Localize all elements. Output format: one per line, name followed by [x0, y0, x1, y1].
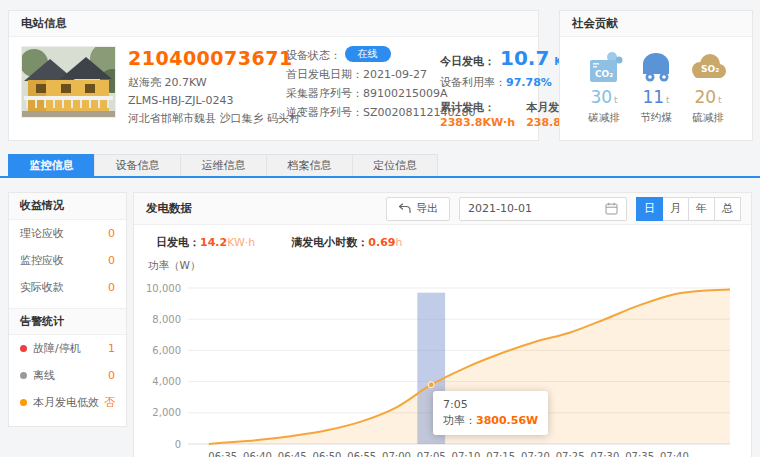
station-owner-capacity: 赵海亮 20.7KW	[128, 74, 274, 92]
daily-generation-label: 日发电：	[156, 236, 200, 249]
sulfur-reduction-icon: SO₂	[682, 48, 734, 84]
chart-area[interactable]: 02,0004,0006,0008,00010,00006:3506:4006:…	[144, 274, 738, 457]
revenue-value: 0	[108, 281, 115, 294]
date-picker[interactable]	[459, 197, 627, 221]
social-panel-title: 社会贡献	[560, 11, 752, 37]
carbon-reduction-item: CO₂ 30t 碳减排	[578, 48, 630, 125]
revenue-value: 0	[108, 227, 115, 240]
svg-text:8,000: 8,000	[152, 314, 181, 325]
carbon-reduction-label: 碳减排	[578, 111, 630, 125]
device-status-row: 设备状态： 在线	[286, 46, 424, 65]
alarm-value: 否	[104, 395, 115, 410]
sulfur-reduction-label: 硫减排	[682, 111, 734, 125]
svg-text:06:45: 06:45	[278, 451, 307, 457]
svg-text:0: 0	[175, 439, 181, 450]
alarm-row-offline: 离线 0	[9, 362, 126, 389]
sidebar: 收益情况 理论应收 0 监控应收 0 实际收款 0 告警统计 故障/停机 1 离…	[8, 192, 127, 427]
utilization-value: 97.78%	[506, 76, 552, 89]
coal-saving-icon	[630, 48, 682, 84]
offline-dot-icon	[20, 372, 27, 379]
svg-text:6,000: 6,000	[152, 345, 181, 356]
svg-text:07:10: 07:10	[452, 451, 481, 457]
svg-text:07:15: 07:15	[486, 451, 515, 457]
social-contribution-panel: 社会贡献 CO₂ 30t 碳减排	[559, 10, 753, 141]
svg-text:4,000: 4,000	[152, 376, 181, 387]
coal-saving-value: 11t	[630, 87, 682, 107]
total-generation-value: 2383.8KW·h	[440, 115, 515, 131]
export-button[interactable]: 导出	[386, 197, 450, 221]
chart-controls: 导出 日 月 年	[386, 197, 741, 221]
svg-text:07:05: 07:05	[417, 451, 446, 457]
alarm-row-fault: 故障/停机 1	[9, 335, 126, 362]
station-panel-title: 电站信息	[9, 11, 538, 37]
svg-text:10,000: 10,000	[146, 283, 181, 294]
revenue-label: 理论应收	[20, 226, 64, 241]
collector-serial-label: 采集器序列号：	[286, 87, 363, 100]
full-hours-label: 满发电小时数：	[291, 236, 368, 249]
range-month-button[interactable]: 月	[662, 197, 689, 221]
fault-dot-icon	[20, 345, 27, 352]
main-row: 收益情况 理论应收 0 监控应收 0 实际收款 0 告警统计 故障/停机 1 离…	[8, 192, 752, 457]
svg-text:06:35: 06:35	[208, 451, 237, 457]
tab-device-info[interactable]: 设备信息	[94, 154, 180, 176]
daily-generation-unit: KW·h	[227, 236, 255, 249]
range-total-button[interactable]: 总	[714, 197, 741, 221]
svg-text:CO₂: CO₂	[595, 69, 613, 79]
revenue-row-monitored: 监控应收 0	[9, 247, 126, 274]
station-owner: 赵海亮	[128, 76, 161, 89]
daily-generation-stat: 日发电：14.2KW·h	[156, 235, 255, 250]
svg-text:07:25: 07:25	[556, 451, 585, 457]
tab-monitoring-info[interactable]: 监控信息	[8, 154, 94, 176]
svg-text:2,000: 2,000	[152, 407, 181, 418]
tab-bar: 监控信息 设备信息 运维信息 档案信息 定位信息	[0, 154, 760, 178]
range-day-button[interactable]: 日	[636, 197, 663, 221]
first-generation-value: 2021-09-27	[363, 68, 427, 81]
sulfur-reduction-item: SO₂ 20t 硫减排	[682, 48, 734, 125]
alarm-label: 故障/停机	[20, 341, 81, 356]
svg-text:07:35: 07:35	[625, 451, 654, 457]
station-photo	[21, 46, 116, 118]
page: 电站信息	[0, 10, 760, 457]
svg-text:07:00: 07:00	[382, 451, 411, 457]
svg-text:06:50: 06:50	[313, 451, 342, 457]
chart-header: 发电数据 导出	[134, 193, 751, 225]
date-input[interactable]	[468, 202, 586, 215]
first-generation-row: 首日发电日期：2021-09-27	[286, 65, 424, 84]
export-label: 导出	[416, 201, 438, 216]
svg-text:06:55: 06:55	[347, 451, 376, 457]
daily-generation-value: 14.2	[200, 236, 227, 249]
svg-text:07:20: 07:20	[521, 451, 550, 457]
y-axis-title: 功率（W）	[148, 259, 741, 273]
revenue-row-actual: 实际收款 0	[9, 274, 126, 301]
svg-text:07:40: 07:40	[660, 451, 689, 457]
inverter-serial-row: 逆变器序列号：SZ00208112140280	[286, 103, 424, 122]
svg-text:07:30: 07:30	[591, 451, 620, 457]
alarm-value: 0	[108, 369, 115, 382]
revenue-value: 0	[108, 254, 115, 267]
today-generation-value: 10.7	[500, 46, 549, 70]
revenue-section-title: 收益情况	[9, 193, 126, 220]
inverter-serial-label: 逆变器序列号：	[286, 106, 363, 119]
station-address: 河北省邯郸市魏县 沙口集乡 码头村	[128, 110, 274, 128]
revenue-label: 监控应收	[20, 253, 64, 268]
tab-archive-info[interactable]: 档案信息	[266, 154, 352, 176]
total-generation-label: 累计发电：	[440, 100, 515, 115]
top-row: 电站信息	[8, 10, 752, 141]
tab-location-info[interactable]: 定位信息	[352, 154, 438, 176]
tab-ops-info[interactable]: 运维信息	[180, 154, 266, 176]
first-generation-label: 首日发电日期：	[286, 68, 363, 81]
station-info-panel: 电站信息	[8, 10, 539, 141]
range-year-button[interactable]: 年	[688, 197, 715, 221]
tooltip-time: 7:05	[443, 397, 538, 413]
export-arrow-icon	[398, 203, 411, 214]
carbon-reduction-icon: CO₂	[578, 48, 630, 84]
chart-title: 发电数据	[146, 201, 192, 216]
chart-body: 日发电：14.2KW·h 满发电小时数：0.69h 功率（W） 02,0004,…	[134, 225, 751, 457]
sulfur-reduction-value: 20t	[682, 87, 734, 107]
tooltip-power-value: 3800.56W	[476, 414, 538, 427]
full-hours-unit: h	[395, 236, 402, 249]
house-illustration	[22, 47, 115, 117]
station-id: 210400073671	[128, 47, 274, 69]
collector-serial-row: 采集器序列号：89100215009A	[286, 84, 424, 103]
chart-tooltip: 7:05 功率：3800.56W	[433, 391, 548, 435]
